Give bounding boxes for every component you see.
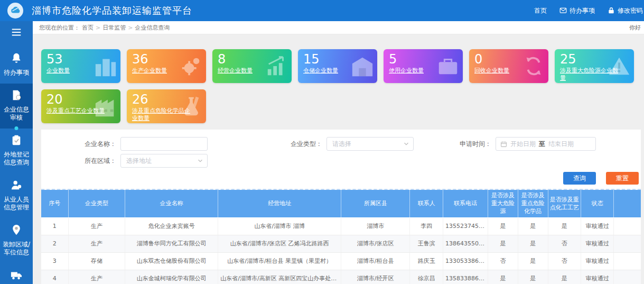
table-cell: 是: [488, 270, 518, 284]
table-cell: 是: [518, 270, 548, 284]
table-cell: 是: [548, 217, 581, 235]
table-cell: 山东省/淄博市/桓台县 果里镇（果里村）: [218, 252, 341, 270]
table-cell: 审核通过: [581, 270, 613, 284]
sidebar-item-label: 从业人员信息管理: [2, 196, 31, 212]
stat-card-flask: 26涉及重点危险化学品企业数量: [127, 89, 206, 123]
nav-home[interactable]: 首页: [534, 6, 547, 15]
sidebar-item-bell[interactable]: 待办事项: [0, 47, 33, 84]
column-header: 经营地址: [218, 190, 341, 217]
sidebar-item-clipboard[interactable]: 外地登记信息查询: [0, 129, 33, 173]
nav-item-label: 修改密码: [618, 6, 643, 15]
table-cell: 是: [518, 252, 548, 270]
briefcase-icon: [436, 54, 460, 78]
calendar-icon: [500, 141, 507, 148]
start-date-placeholder: 开始日期: [510, 140, 536, 149]
results-table: 序号企业类型企业名称经营地址所属区县联系人联系电话是否涉及重大危险源是否涉及重点…: [41, 190, 641, 284]
clipboard-icon: [11, 134, 22, 146]
company-name-label: 企业名称：: [41, 140, 120, 149]
stat-card-recycle: 0回收企业数量: [469, 49, 548, 83]
app: 淄博市危险化学品装卸运输监管平台 首页待办事项修改密码 待办事项企业信息审核外地…: [0, 0, 644, 284]
query-panel: 企业名称： 企业类型： 请选择 申请时间： 开始日期 至: [41, 130, 641, 284]
query-button[interactable]: 查询: [563, 172, 596, 185]
table-cell: 否: [488, 252, 518, 270]
table-cell: 危化企业来宾账号: [125, 217, 218, 235]
company-type-placeholder: 请选择: [332, 140, 403, 149]
sidebar-item-pin[interactable]: 装卸区域/车位信息: [0, 218, 33, 263]
table-cell: 4: [41, 270, 68, 284]
table-cell: 淄博市/桓台县: [341, 252, 410, 270]
table-cell: 审核通过: [581, 217, 613, 235]
breadcrumb-separator: >: [128, 24, 133, 31]
breadcrumb-prefix: 您现在的位置：: [39, 24, 80, 32]
breadcrumb-company-info-query: 企业信息查询: [135, 24, 170, 32]
breadcrumb-home[interactable]: 首页: [82, 24, 94, 32]
table-cell: 山东金城柯瑞化学有限公司: [125, 270, 218, 284]
table-row: 3存储山东双杰仓储股份有限公司山东省/淄博市/桓台县 果里镇（果里村）淄博市/桓…: [41, 252, 641, 270]
column-header: [614, 190, 641, 217]
chevron-down-icon: [403, 140, 410, 148]
recycle-icon: [521, 54, 546, 78]
chart-icon: [265, 54, 289, 78]
apply-time-range-picker[interactable]: 开始日期 至 结束日期: [496, 137, 596, 151]
table-cell: 山东省/淄博市 淄博: [218, 217, 341, 235]
column-header: 企业类型: [68, 190, 125, 217]
region-placeholder: 选择地址: [126, 157, 197, 166]
warehouse-icon: [350, 54, 375, 78]
reset-button[interactable]: 重置: [606, 172, 639, 185]
lock-icon: [608, 7, 615, 14]
column-header: 企业名称: [125, 190, 218, 217]
table-cell: 王鲁滨: [410, 235, 443, 252]
table-cell: 生产: [68, 235, 125, 252]
table-row: 2生产淄博鲁华同方化工有限公司山东省/淄博市/张店区 乙烯冯北路路西淄博市/张店…: [41, 235, 641, 252]
company-name-input[interactable]: [120, 137, 208, 151]
table-cell: 13552374536: [443, 217, 488, 235]
nav-envelope[interactable]: 待办事项: [559, 6, 595, 15]
table-cell: 徐京昌: [410, 270, 443, 284]
menu-toggle-icon[interactable]: [0, 21, 33, 47]
nav-item-label: 待办事项: [570, 6, 595, 15]
sidebar-item-label: 企业信息审核: [2, 106, 31, 122]
table-cell: 1: [41, 217, 68, 235]
nav-lock[interactable]: 修改密码: [608, 6, 643, 15]
flask-icon: [179, 94, 203, 118]
breadcrumb: 您现在的位置： 首页 > 日常监管 > 企业信息查询 你好: [33, 21, 644, 34]
table-cell: 3: [41, 252, 68, 270]
table-cell: [614, 217, 641, 235]
table-row: 4生产山东金城柯瑞化学有限公司山东省/淄博市/高新区 高新区四宝山办事处东张村淄…: [41, 270, 641, 284]
table-cell: 审核通过: [581, 235, 613, 252]
sidebar-item-user-gear[interactable]: 从业人员信息管理: [0, 173, 33, 218]
sidebar-item-truck[interactable]: 账户管理: [0, 263, 33, 284]
envelope-icon: [559, 7, 567, 14]
table-row: 1生产危化企业来宾账号山东省/淄博市 淄博淄博市李四13552374536是是是…: [41, 217, 641, 235]
sidebar-item-doc-gear[interactable]: 企业信息审核: [0, 84, 33, 129]
table-cell: 是: [518, 235, 548, 252]
table-cell: [614, 235, 641, 252]
table-cell: 路庆玉: [410, 252, 443, 270]
column-header: 是否涉及重点化工工艺: [548, 190, 581, 217]
stat-card-chart: 8经营企业数量: [212, 49, 292, 83]
stat-cards: 53企业数量36生产企业数量8经营企业数量15仓储企业数量5使用企业数量0回收企…: [41, 49, 641, 123]
table-cell: 审核通过: [581, 252, 613, 270]
page-title: 淄博市危险化学品装卸运输监管平台: [32, 4, 192, 17]
user-gear-icon: [11, 179, 22, 191]
column-header: 联系电话: [443, 190, 488, 217]
breadcrumb-daily-supervision[interactable]: 日常监管: [102, 24, 126, 32]
sidebar-item-label: 装卸区域/车位信息: [2, 241, 31, 256]
sidebar: 待办事项企业信息审核外地登记信息查询从业人员信息管理装卸区域/车位信息账户管理: [0, 21, 33, 284]
table-cell: 淄博鲁华同方化工有限公司: [125, 235, 218, 252]
column-header: 是否涉及重大危险源: [488, 190, 518, 217]
pin-icon: [11, 224, 22, 236]
table-cell: 13864355055: [443, 235, 488, 252]
table-cell: 是: [518, 217, 548, 235]
table-cell: [614, 270, 641, 284]
table-cell: 淄博市/经开区: [341, 270, 410, 284]
region-select[interactable]: 选择地址: [120, 154, 208, 168]
date-range-separator: 至: [539, 140, 545, 149]
company-type-select[interactable]: 请选择: [326, 137, 414, 151]
table-cell: 生产: [68, 217, 125, 235]
column-header: 状态: [581, 190, 613, 217]
sidebar-item-label: 待办事项: [2, 69, 31, 77]
table-cell: 是: [548, 270, 581, 284]
column-header: 是否涉及重点危险化学品: [518, 190, 548, 217]
top-nav: 首页待办事项修改密码: [534, 6, 644, 15]
